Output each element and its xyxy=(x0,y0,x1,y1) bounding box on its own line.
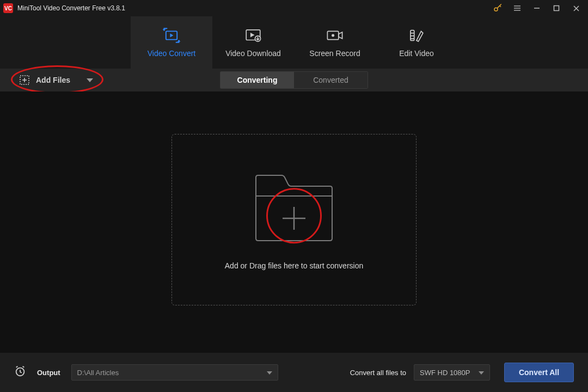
titlebar: VC MiniTool Video Converter Free v3.8.1 xyxy=(0,0,588,16)
segment-converted[interactable]: Converted xyxy=(294,72,367,88)
bottom-bar: Output D:\All Articles Convert all files… xyxy=(0,353,588,392)
status-segment: Converting Converted xyxy=(220,71,368,89)
convert-all-label: Convert all files to xyxy=(350,369,406,377)
minimize-button[interactable] xyxy=(527,0,547,16)
nav-screen-record[interactable]: Screen Record xyxy=(294,16,376,69)
svg-rect-5 xyxy=(554,6,559,11)
window-title: MiniTool Video Converter Free v3.8.1 xyxy=(17,4,125,12)
nav-edit-video[interactable]: Edit Video xyxy=(376,16,457,69)
chevron-down-icon xyxy=(87,76,93,84)
nav-label: Video Download xyxy=(225,49,281,58)
maximize-button[interactable] xyxy=(547,0,566,16)
segment-converting[interactable]: Converting xyxy=(220,72,294,88)
nav-video-download[interactable]: Video Download xyxy=(212,16,294,69)
svg-marker-22 xyxy=(87,78,93,82)
close-button[interactable] xyxy=(566,0,586,16)
nav-label: Screen Record xyxy=(309,49,360,58)
svg-marker-9 xyxy=(170,34,173,38)
svg-marker-27 xyxy=(267,371,272,375)
menu-icon[interactable] xyxy=(507,0,527,16)
output-path-select[interactable]: D:\All Articles xyxy=(71,364,278,381)
convert-all-button[interactable]: Convert All xyxy=(504,363,574,382)
chevron-down-icon xyxy=(267,369,272,377)
toolbar: Add Files Converting Converted xyxy=(0,69,588,91)
chevron-down-icon xyxy=(479,369,484,377)
main-area: Add or Drag files here to start conversi… xyxy=(0,91,588,353)
output-label: Output xyxy=(37,369,60,377)
add-files-label: Add Files xyxy=(36,76,70,84)
svg-point-14 xyxy=(332,34,334,36)
format-select[interactable]: SWF HD 1080P xyxy=(414,364,490,381)
folder-plus-icon xyxy=(248,170,340,248)
add-files-plus-icon xyxy=(20,75,29,85)
svg-marker-28 xyxy=(479,371,484,375)
app-logo-icon: VC xyxy=(3,3,13,13)
nav-label: Edit Video xyxy=(399,49,434,58)
format-value: SWF HD 1080P xyxy=(420,369,470,377)
schedule-icon[interactable] xyxy=(14,365,26,379)
svg-marker-11 xyxy=(250,33,255,38)
add-files-button[interactable]: Add Files xyxy=(0,75,93,85)
dropzone-text: Add or Drag files here to start conversi… xyxy=(225,261,363,270)
nav-label: Video Convert xyxy=(148,49,195,58)
top-nav: Video Convert Video Download Screen Reco… xyxy=(0,16,588,69)
app-window: VC MiniTool Video Converter Free v3.8.1 xyxy=(0,0,588,392)
output-path-value: D:\All Articles xyxy=(77,369,119,377)
nav-video-convert[interactable]: Video Convert xyxy=(131,16,212,69)
activate-key-icon[interactable] xyxy=(488,0,507,16)
dropzone[interactable]: Add or Drag files here to start conversi… xyxy=(171,134,416,305)
